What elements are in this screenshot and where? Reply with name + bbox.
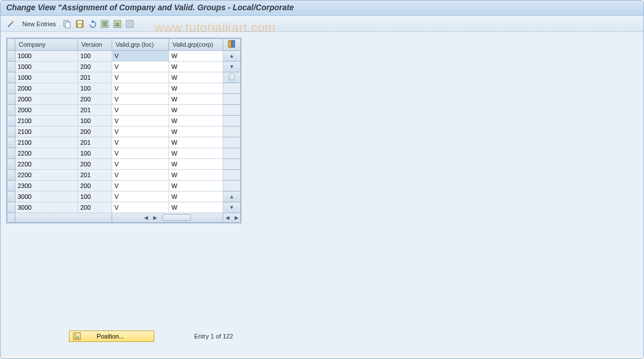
table-row[interactable]: 2100100VW bbox=[7, 116, 241, 127]
cell-version[interactable]: 201 bbox=[78, 137, 112, 148]
vscroll-down-icon[interactable]: ▼ bbox=[223, 202, 241, 213]
cell-company[interactable]: 2100 bbox=[15, 137, 78, 148]
table-row[interactable]: 1000201VW bbox=[7, 72, 241, 83]
cell-company[interactable]: 2000 bbox=[15, 105, 78, 116]
save-icon[interactable] bbox=[75, 19, 84, 28]
hscroll-left-icon[interactable]: ◀ bbox=[142, 214, 150, 222]
cell-company[interactable]: 2200 bbox=[15, 170, 78, 181]
position-button[interactable]: Position... bbox=[69, 331, 154, 342]
cell-version[interactable]: 201 bbox=[78, 72, 112, 83]
col-header-valid-loc[interactable]: Valid.grp (loc) bbox=[112, 39, 169, 51]
cell-valid-loc[interactable]: V bbox=[112, 170, 169, 181]
vscroll-track[interactable] bbox=[223, 137, 241, 148]
cell-version[interactable]: 100 bbox=[78, 51, 112, 62]
vscroll-track[interactable] bbox=[223, 170, 241, 181]
table-row[interactable]: 2000200VW bbox=[7, 94, 241, 105]
row-selector[interactable] bbox=[7, 51, 15, 62]
cell-valid-loc[interactable]: V bbox=[112, 137, 169, 148]
cell-valid-loc[interactable]: V bbox=[112, 94, 169, 105]
cell-valid-corp[interactable]: W bbox=[169, 83, 223, 94]
vscroll-track[interactable] bbox=[223, 181, 241, 191]
cell-version[interactable]: 100 bbox=[78, 191, 112, 202]
vscroll-up-icon[interactable]: ▲ bbox=[223, 51, 241, 62]
cell-company[interactable]: 2200 bbox=[15, 148, 78, 159]
cell-valid-loc[interactable]: V bbox=[112, 116, 169, 127]
col-header-version[interactable]: Version bbox=[78, 39, 112, 51]
vscroll-up-end-icon[interactable]: ▲ bbox=[223, 191, 241, 202]
cell-valid-loc[interactable]: V bbox=[112, 202, 169, 213]
cell-valid-corp[interactable]: W bbox=[169, 202, 223, 213]
cell-valid-loc[interactable]: V bbox=[112, 62, 169, 72]
cell-valid-corp[interactable]: W bbox=[169, 148, 223, 159]
row-selector[interactable] bbox=[7, 159, 15, 170]
cell-version[interactable]: 201 bbox=[78, 170, 112, 181]
cell-company[interactable]: 3000 bbox=[15, 191, 78, 202]
row-selector[interactable] bbox=[7, 83, 15, 94]
cell-valid-loc[interactable]: V bbox=[112, 105, 169, 116]
cell-valid-loc[interactable]: V bbox=[112, 191, 169, 202]
cell-valid-corp[interactable]: W bbox=[169, 94, 223, 105]
row-selector[interactable] bbox=[7, 72, 15, 83]
vscroll-track[interactable] bbox=[223, 116, 241, 127]
cell-valid-corp[interactable]: W bbox=[169, 181, 223, 191]
cell-valid-loc[interactable]: V bbox=[112, 159, 169, 170]
copy-icon[interactable] bbox=[63, 19, 72, 28]
table-row[interactable]: 3000200VW▼ bbox=[7, 202, 241, 213]
cell-version[interactable]: 200 bbox=[78, 159, 112, 170]
cell-valid-corp[interactable]: W bbox=[169, 191, 223, 202]
vscroll-thumb[interactable] bbox=[223, 72, 241, 83]
vscroll-track[interactable] bbox=[223, 83, 241, 94]
cell-version[interactable]: 100 bbox=[78, 148, 112, 159]
table-config-button[interactable] bbox=[223, 39, 241, 51]
table-row[interactable]: 2200100VW bbox=[7, 148, 241, 159]
cell-valid-corp[interactable]: W bbox=[169, 105, 223, 116]
hscroll-right-icon[interactable]: ▶ bbox=[151, 214, 159, 222]
row-selector[interactable] bbox=[7, 170, 15, 181]
row-selector[interactable] bbox=[7, 191, 15, 202]
cell-valid-loc[interactable]: V bbox=[112, 181, 169, 191]
row-selector[interactable] bbox=[7, 62, 15, 72]
table-row[interactable]: 3000100VW▲ bbox=[7, 191, 241, 202]
row-selector[interactable] bbox=[7, 181, 15, 191]
row-selector[interactable] bbox=[7, 137, 15, 148]
cell-valid-corp[interactable]: W bbox=[169, 72, 223, 83]
cell-valid-corp[interactable]: W bbox=[169, 51, 223, 62]
vscroll-track[interactable] bbox=[223, 127, 241, 137]
cell-company[interactable]: 2100 bbox=[15, 127, 78, 137]
wand-icon[interactable] bbox=[6, 19, 15, 28]
cell-valid-corp[interactable]: W bbox=[169, 159, 223, 170]
table-row[interactable]: 2300200VW bbox=[7, 181, 241, 191]
cell-valid-corp[interactable]: W bbox=[169, 137, 223, 148]
cell-version[interactable]: 200 bbox=[78, 62, 112, 72]
hscroll-thumb[interactable] bbox=[162, 214, 191, 221]
table-row[interactable]: 2200200VW bbox=[7, 159, 241, 170]
row-selector[interactable] bbox=[7, 105, 15, 116]
cell-company[interactable]: 1000 bbox=[15, 72, 78, 83]
vscroll-track[interactable] bbox=[223, 105, 241, 116]
row-selector[interactable] bbox=[7, 148, 15, 159]
cell-version[interactable]: 200 bbox=[78, 94, 112, 105]
table-row[interactable]: 2100201VW bbox=[7, 137, 241, 148]
new-entries-button[interactable]: New Entries bbox=[19, 20, 59, 28]
cell-valid-loc[interactable]: V bbox=[112, 127, 169, 137]
hscroll-left2-icon[interactable]: ◀ bbox=[223, 214, 231, 222]
cell-valid-corp[interactable]: W bbox=[169, 116, 223, 127]
cell-company[interactable]: 3000 bbox=[15, 202, 78, 213]
cell-valid-loc[interactable]: V bbox=[112, 72, 169, 83]
table-row[interactable]: 1000200VW▼ bbox=[7, 62, 241, 72]
cell-version[interactable]: 200 bbox=[78, 181, 112, 191]
cell-company[interactable]: 2100 bbox=[15, 116, 78, 127]
cell-version[interactable]: 201 bbox=[78, 105, 112, 116]
table-row[interactable]: 2000201VW bbox=[7, 105, 241, 116]
table-row[interactable]: 2100200VW bbox=[7, 127, 241, 137]
select-block-icon[interactable] bbox=[113, 19, 122, 28]
cell-company[interactable]: 1000 bbox=[15, 62, 78, 72]
cell-company[interactable]: 2000 bbox=[15, 94, 78, 105]
row-selector[interactable] bbox=[7, 202, 15, 213]
table-row[interactable]: 2200201VW bbox=[7, 170, 241, 181]
cell-company[interactable]: 2000 bbox=[15, 83, 78, 94]
horizontal-scrollbar[interactable]: ◀ ▶ ◀ ▶ bbox=[7, 213, 241, 223]
cell-valid-loc[interactable]: V bbox=[112, 148, 169, 159]
deselect-icon[interactable] bbox=[125, 19, 134, 28]
cell-company[interactable]: 2300 bbox=[15, 181, 78, 191]
